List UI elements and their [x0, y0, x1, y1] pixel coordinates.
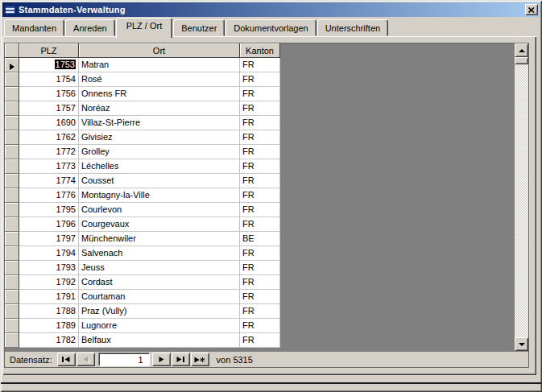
scroll-up-button[interactable] [515, 43, 528, 57]
cell-ort[interactable]: Rosé [79, 72, 240, 87]
cell-ort[interactable]: Matran [79, 58, 240, 72]
record-selector[interactable] [5, 87, 19, 101]
cell-plz[interactable]: 1690 [19, 116, 79, 130]
cell-kanton[interactable]: FR [240, 174, 280, 188]
record-selector[interactable] [5, 217, 19, 232]
first-record-button[interactable] [57, 353, 76, 366]
column-header-plz[interactable]: PLZ [19, 43, 79, 58]
scroll-down-button[interactable] [515, 337, 528, 351]
cell-kanton[interactable]: FR [240, 217, 280, 232]
cell-plz[interactable]: 1756 [19, 87, 79, 101]
cell-plz[interactable]: 1757 [19, 101, 79, 116]
cell-kanton[interactable]: FR [240, 246, 280, 261]
record-selector[interactable] [5, 130, 19, 145]
record-selector[interactable] [5, 72, 19, 87]
tab-unterschriften[interactable]: Unterschriften [317, 19, 388, 36]
record-number-input[interactable] [98, 353, 150, 366]
cell-ort[interactable]: Courlevon [79, 203, 240, 217]
cell-ort[interactable]: Grolley [79, 145, 240, 159]
cell-ort[interactable]: Onnens FR [79, 87, 240, 101]
cell-ort[interactable]: Villaz-St-Pierre [79, 116, 240, 130]
cell-plz[interactable]: 1791 [19, 290, 79, 304]
cell-plz[interactable]: 1797 [19, 232, 79, 246]
cell-kanton[interactable]: FR [240, 101, 280, 116]
next-record-button[interactable] [152, 353, 171, 366]
cell-ort[interactable]: Belfaux [79, 333, 240, 348]
tab-benutzer[interactable]: Benutzer [173, 19, 225, 36]
record-selector[interactable] [5, 203, 19, 217]
cell-plz[interactable]: 1776 [19, 188, 79, 203]
record-selector[interactable] [5, 58, 19, 72]
tab-anreden[interactable]: Anreden [65, 19, 115, 36]
cell-kanton[interactable]: FR [240, 203, 280, 217]
column-header-kanton[interactable]: Kanton [240, 43, 280, 58]
record-selector[interactable] [5, 290, 19, 304]
cell-plz[interactable]: 1789 [19, 319, 79, 333]
cell-plz[interactable]: 1792 [19, 275, 79, 290]
cell-kanton[interactable]: FR [240, 261, 280, 275]
scrollbar-track[interactable] [515, 64, 528, 337]
cell-plz[interactable]: 1782 [19, 333, 79, 348]
record-selector[interactable] [5, 333, 19, 348]
cell-ort[interactable]: Courtaman [79, 290, 240, 304]
cell-kanton[interactable]: FR [240, 319, 280, 333]
cell-plz[interactable]: 1788 [19, 304, 79, 319]
record-selector[interactable] [5, 319, 19, 333]
cell-ort[interactable]: Münchenwiler [79, 232, 240, 246]
record-selector[interactable] [5, 145, 19, 159]
cell-plz[interactable]: 1796 [19, 217, 79, 232]
record-selector[interactable] [5, 275, 19, 290]
cell-kanton[interactable]: FR [240, 333, 280, 348]
column-header-ort[interactable]: Ort [79, 43, 240, 58]
record-selector[interactable] [5, 304, 19, 319]
cell-kanton[interactable]: FR [240, 145, 280, 159]
record-selector[interactable] [5, 101, 19, 116]
record-selector-header[interactable] [5, 43, 19, 58]
tab-mandanten[interactable]: Mandanten [4, 19, 64, 36]
cell-kanton[interactable]: FR [240, 130, 280, 145]
cell-ort[interactable]: Jeuss [79, 261, 240, 275]
cell-plz[interactable]: 1753 [19, 58, 79, 72]
last-record-button[interactable] [172, 353, 190, 366]
tab-dokumentvorlagen[interactable]: Dokumentvorlagen [225, 19, 316, 36]
record-selector[interactable] [5, 232, 19, 246]
record-selector[interactable] [5, 159, 19, 174]
cell-plz[interactable]: 1794 [19, 246, 79, 261]
cell-ort[interactable]: Cousset [79, 174, 240, 188]
vertical-scrollbar[interactable] [515, 43, 528, 351]
cell-ort[interactable]: Noréaz [79, 101, 240, 116]
cell-plz[interactable]: 1795 [19, 203, 79, 217]
tab-plz-ort[interactable]: PLZ / Ort [116, 18, 173, 38]
cell-kanton[interactable]: FR [240, 87, 280, 101]
cell-ort[interactable]: Givisiez [79, 130, 240, 145]
cell-plz[interactable]: 1774 [19, 174, 79, 188]
cell-ort[interactable]: Lugnorre [79, 319, 240, 333]
cell-plz[interactable]: 1772 [19, 145, 79, 159]
cell-kanton[interactable]: FR [240, 58, 280, 72]
cell-plz[interactable]: 1773 [19, 159, 79, 174]
record-selector[interactable] [5, 116, 19, 130]
scrollbar-thumb[interactable] [515, 57, 528, 64]
record-selector[interactable] [5, 246, 19, 261]
record-selector[interactable] [5, 261, 19, 275]
cell-kanton[interactable]: FR [240, 275, 280, 290]
cell-plz[interactable]: 1793 [19, 261, 79, 275]
cell-plz[interactable]: 1754 [19, 72, 79, 87]
cell-ort[interactable]: Léchelles [79, 159, 240, 174]
cell-kanton[interactable]: FR [240, 72, 280, 87]
cell-kanton[interactable]: FR [240, 290, 280, 304]
cell-kanton[interactable]: FR [240, 188, 280, 203]
new-record-button[interactable] [191, 353, 209, 366]
close-button[interactable] [525, 4, 538, 15]
cell-ort[interactable]: Cordast [79, 275, 240, 290]
record-selector[interactable] [5, 188, 19, 203]
record-selector[interactable] [5, 174, 19, 188]
cell-plz[interactable]: 1762 [19, 130, 79, 145]
previous-record-button[interactable] [77, 353, 95, 366]
cell-kanton[interactable]: FR [240, 159, 280, 174]
cell-ort[interactable]: Courgevaux [79, 217, 240, 232]
cell-ort[interactable]: Salvenach [79, 246, 240, 261]
cell-kanton[interactable]: BE [240, 232, 280, 246]
cell-ort[interactable]: Praz (Vully) [79, 304, 240, 319]
cell-kanton[interactable]: FR [240, 116, 280, 130]
